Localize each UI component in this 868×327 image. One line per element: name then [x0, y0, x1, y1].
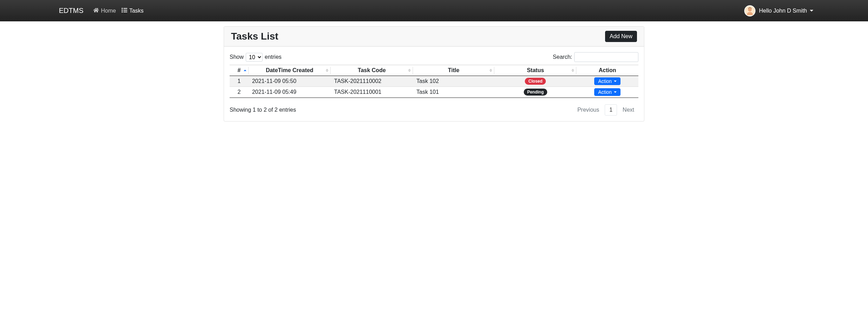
length-suffix: entries — [265, 54, 282, 60]
col-header-idx-label: # — [238, 67, 241, 73]
sort-icon — [408, 69, 411, 72]
cell-code: TASK-2021110001 — [331, 87, 413, 98]
col-header-datetime[interactable]: DateTime Created — [249, 65, 331, 76]
pagination: Previous 1 Next — [573, 104, 638, 116]
col-header-code[interactable]: Task Code — [331, 65, 413, 76]
col-header-status-label: Status — [527, 67, 544, 73]
nav-home[interactable]: Home — [93, 7, 116, 14]
cell-idx: 1 — [230, 76, 249, 87]
row-action-label: Action — [598, 78, 612, 84]
col-header-title-label: Title — [448, 67, 460, 73]
col-header-action: Action — [576, 65, 638, 76]
datatable-bottom: Showing 1 to 2 of 2 entries Previous 1 N… — [230, 102, 638, 116]
tasks-card: Tasks List Add New Show 10 entries Searc… — [224, 26, 644, 121]
tasks-table: # DateTime Created Task Code — [230, 65, 638, 98]
cell-idx: 2 — [230, 87, 249, 98]
page-previous[interactable]: Previous — [573, 105, 603, 115]
avatar — [744, 5, 755, 16]
row-action-button[interactable]: Action — [594, 77, 621, 85]
nav-tasks-label: Tasks — [129, 8, 144, 14]
status-badge: Closed — [525, 78, 546, 85]
page-title: Tasks List — [231, 31, 278, 42]
length-prefix: Show — [230, 54, 244, 60]
cell-status: Pending — [494, 87, 576, 98]
col-header-idx[interactable]: # — [230, 65, 249, 76]
caret-down-icon — [810, 10, 813, 12]
cell-action: Action — [576, 76, 638, 87]
page-1-link: 1 — [605, 104, 617, 116]
cell-action: Action — [576, 87, 638, 98]
sort-icon — [326, 69, 328, 72]
status-badge: Pending — [524, 89, 547, 96]
cell-code: TASK-2021110002 — [331, 76, 413, 87]
page-previous-link: Previous — [573, 105, 603, 115]
cell-status: Closed — [494, 76, 576, 87]
search-label: Search: — [553, 54, 572, 60]
navbar-right: Hello John D Smith — [744, 5, 813, 16]
page-1[interactable]: 1 — [605, 104, 617, 116]
sort-icon — [571, 69, 574, 72]
navbar: EDTMS Home Tasks Hello John D Smith — [0, 0, 868, 21]
table-header-row: # DateTime Created Task Code — [230, 65, 638, 76]
page-next[interactable]: Next — [618, 105, 638, 115]
table-body: 1 2021-11-09 05:50 TASK-2021110002 Task … — [230, 76, 638, 98]
caret-down-icon — [614, 91, 617, 93]
search-control: Search: — [553, 52, 638, 62]
cell-datetime: 2021-11-09 05:50 — [249, 76, 331, 87]
sort-icon — [489, 69, 492, 72]
add-new-button[interactable]: Add New — [605, 31, 637, 42]
col-header-code-label: Task Code — [358, 67, 386, 73]
page-next-link: Next — [618, 105, 638, 115]
datatable-info: Showing 1 to 2 of 2 entries — [230, 107, 296, 113]
col-header-action-label: Action — [599, 67, 616, 73]
table-row: 2 2021-11-09 05:49 TASK-2021110001 Task … — [230, 87, 638, 98]
card-body: Show 10 entries Search: # — [224, 47, 644, 121]
user-menu[interactable]: Hello John D Smith — [759, 8, 813, 14]
nav-tasks[interactable]: Tasks — [122, 7, 144, 14]
datatable-controls: Show 10 entries Search: — [230, 52, 638, 62]
navbar-left: EDTMS Home Tasks — [59, 7, 144, 15]
list-icon — [122, 7, 127, 14]
length-select[interactable]: 10 — [246, 53, 263, 62]
svg-point-1 — [748, 8, 752, 12]
home-icon — [93, 7, 99, 14]
col-header-datetime-label: DateTime Created — [266, 67, 313, 73]
brand-link[interactable]: EDTMS — [59, 7, 83, 15]
cell-title: Task 101 — [413, 87, 495, 98]
user-greeting-text: Hello John D Smith — [759, 8, 807, 14]
sort-icon — [244, 70, 246, 71]
row-action-label: Action — [598, 89, 612, 95]
card-header: Tasks List Add New — [224, 27, 644, 47]
row-action-button[interactable]: Action — [594, 88, 621, 96]
nav-home-label: Home — [101, 8, 116, 14]
caret-down-icon — [614, 81, 617, 82]
cell-datetime: 2021-11-09 05:49 — [249, 87, 331, 98]
cell-title: Task 102 — [413, 76, 495, 87]
main-container: Tasks List Add New Show 10 entries Searc… — [218, 26, 650, 121]
col-header-status[interactable]: Status — [494, 65, 576, 76]
length-control: Show 10 entries — [230, 53, 282, 62]
search-input[interactable] — [574, 52, 638, 62]
table-row: 1 2021-11-09 05:50 TASK-2021110002 Task … — [230, 76, 638, 87]
col-header-title[interactable]: Title — [413, 65, 495, 76]
